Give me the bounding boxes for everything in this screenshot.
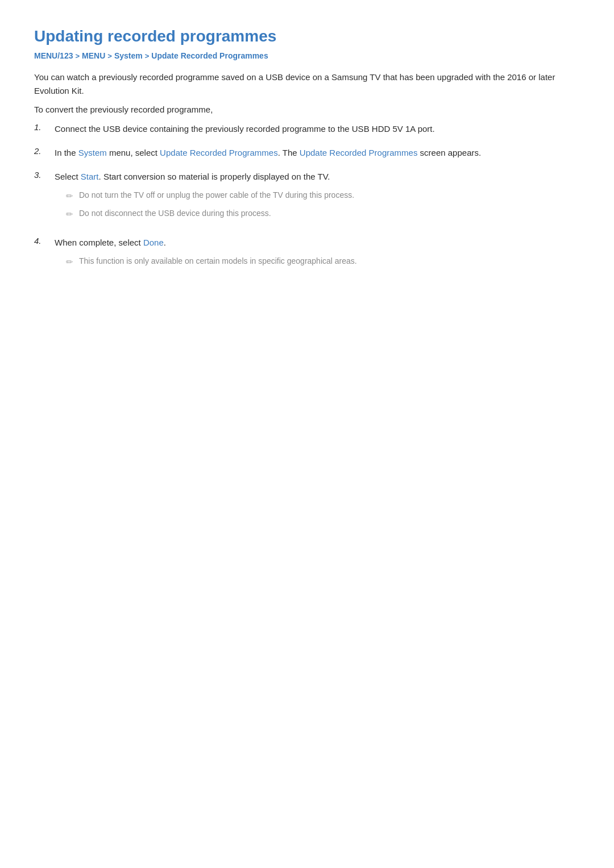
breadcrumb-item-menu[interactable]: MENU xyxy=(82,51,105,60)
step-4-before: When complete, select xyxy=(55,238,143,247)
step-4-note-1: This function is only available on certa… xyxy=(55,255,580,269)
step-4-notes: This function is only available on certa… xyxy=(55,255,580,269)
breadcrumb-item-system[interactable]: System xyxy=(114,51,143,60)
step-4-content: When complete, select Done. This functio… xyxy=(55,236,580,273)
step-2-after: . The xyxy=(278,148,300,157)
step-2-update2-link: Update Recorded Programmes xyxy=(300,148,418,157)
step-2-number: 2. xyxy=(34,146,55,156)
step-3-number: 3. xyxy=(34,170,55,180)
step-4-note-1-text: This function is only available on certa… xyxy=(79,255,357,267)
breadcrumb-separator-2: > xyxy=(107,52,112,60)
step-1-content: Connect the USB device containing the pr… xyxy=(55,122,580,136)
steps-intro-text: To convert the previously recorded progr… xyxy=(34,105,580,114)
step-2-content: In the System menu, select Update Record… xyxy=(55,146,580,160)
pencil-icon-3 xyxy=(66,255,73,269)
step-3-after: . Start conversion so material is proper… xyxy=(99,172,330,181)
step-3-start-link: Start xyxy=(81,172,99,181)
step-2-update1-link: Update Recorded Programmes xyxy=(160,148,278,157)
step-3-content: Select Start. Start conversion so materi… xyxy=(55,170,580,226)
step-2-middle: menu, select xyxy=(107,148,160,157)
step-4-done-link: Done xyxy=(143,238,164,247)
step-4-number: 4. xyxy=(34,236,55,246)
steps-list: 1. Connect the USB device containing the… xyxy=(34,122,580,273)
pencil-icon-2 xyxy=(66,207,73,221)
pencil-icon-1 xyxy=(66,189,73,203)
page-title: Updating recorded programmes xyxy=(34,27,580,45)
breadcrumb-separator-1: > xyxy=(75,52,80,60)
step-3-notes: Do not turn the TV off or unplug the pow… xyxy=(55,189,580,221)
step-2: 2. In the System menu, select Update Rec… xyxy=(34,146,580,160)
breadcrumb-separator-3: > xyxy=(145,52,150,60)
step-2-system-link: System xyxy=(78,148,107,157)
step-3-before: Select xyxy=(55,172,81,181)
step-1-text: Connect the USB device containing the pr… xyxy=(55,124,435,134)
breadcrumb-item-update[interactable]: Update Recorded Programmes xyxy=(151,51,268,60)
step-3: 3. Select Start. Start conversion so mat… xyxy=(34,170,580,226)
step-3-note-1: Do not turn the TV off or unplug the pow… xyxy=(55,189,580,203)
step-4-after: . xyxy=(164,238,166,247)
step-1: 1. Connect the USB device containing the… xyxy=(34,122,580,136)
step-3-note-2-text: Do not disconnect the USB device during … xyxy=(79,207,271,219)
step-2-before: In the xyxy=(55,148,78,157)
step-3-note-2: Do not disconnect the USB device during … xyxy=(55,207,580,221)
step-3-note-1-text: Do not turn the TV off or unplug the pow… xyxy=(79,189,354,201)
breadcrumb: MENU/123 > MENU > System > Update Record… xyxy=(34,51,580,60)
breadcrumb-item-menu123[interactable]: MENU/123 xyxy=(34,51,73,60)
step-4: 4. When complete, select Done. This func… xyxy=(34,236,580,273)
step-2-end: screen appears. xyxy=(417,148,481,157)
step-1-number: 1. xyxy=(34,122,55,132)
intro-paragraph: You can watch a previously recorded prog… xyxy=(34,70,580,98)
